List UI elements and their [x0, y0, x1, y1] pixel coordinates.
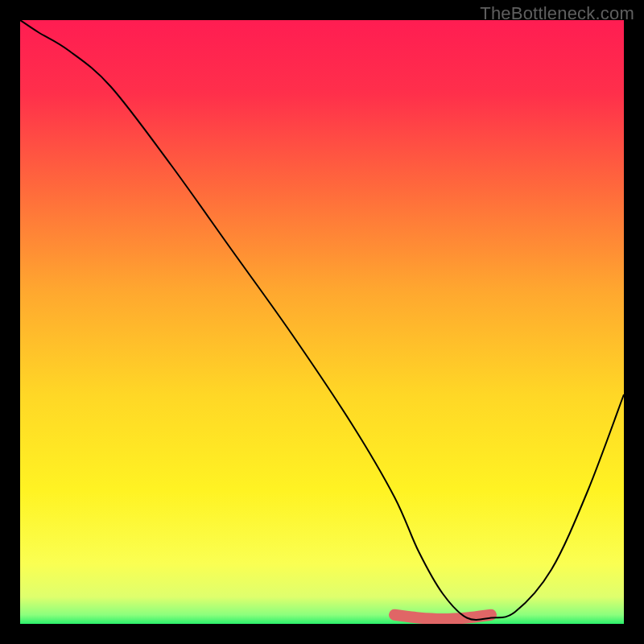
- bottleneck-curve: [20, 20, 624, 620]
- curve-layer: [20, 20, 624, 624]
- recommended-range-highlight: [394, 615, 491, 619]
- watermark-text: TheBottleneck.com: [480, 3, 634, 24]
- chart-frame: TheBottleneck.com: [0, 0, 644, 644]
- plot-area: [20, 20, 624, 624]
